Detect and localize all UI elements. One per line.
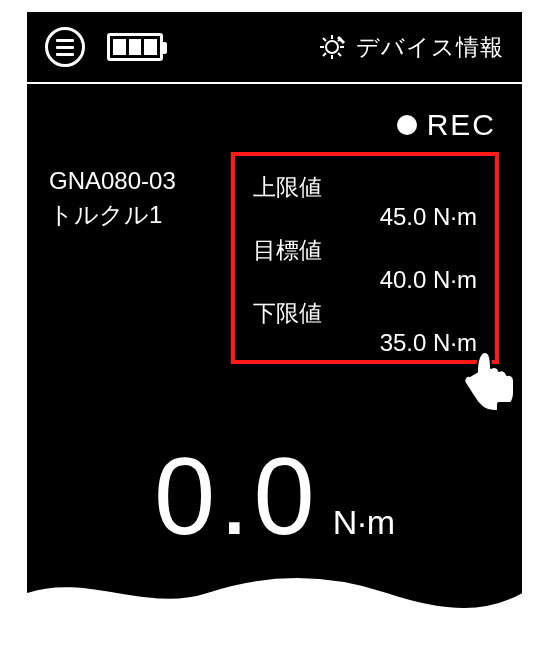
device-info-button[interactable]: デバイス情報 bbox=[316, 31, 504, 63]
rec-label: REC bbox=[427, 108, 496, 142]
app-screen: デバイス情報 REC GNA080-03 トルクル1 上限値 45.0 N·m … bbox=[27, 12, 522, 612]
torque-reading: 0.0 N·m bbox=[27, 432, 522, 559]
gear-wrench-icon bbox=[316, 31, 348, 63]
battery-icon bbox=[107, 33, 163, 61]
torque-value: 0.0 bbox=[154, 432, 319, 559]
device-name: トルクル1 bbox=[49, 198, 176, 232]
device-model: GNA080-03 bbox=[49, 164, 176, 198]
header-bar: デバイス情報 bbox=[27, 12, 522, 84]
svg-rect-1 bbox=[497, 402, 521, 412]
limits-panel[interactable]: 上限値 45.0 N·m 目標値 40.0 N·m 下限値 35.0 N·m bbox=[231, 152, 499, 364]
device-info-label: デバイス情報 bbox=[356, 32, 504, 63]
lower-limit-value: 35.0 N·m bbox=[253, 329, 477, 357]
svg-point-0 bbox=[326, 41, 338, 53]
lower-limit-label: 下限値 bbox=[253, 298, 477, 329]
target-label: 目標値 bbox=[253, 235, 477, 266]
upper-limit-value: 45.0 N·m bbox=[253, 203, 477, 231]
torque-unit: N·m bbox=[333, 503, 395, 542]
upper-limit-label: 上限値 bbox=[253, 172, 477, 203]
menu-icon[interactable] bbox=[45, 27, 85, 67]
rec-indicator: REC bbox=[397, 108, 496, 142]
rec-dot-icon bbox=[397, 115, 417, 135]
device-identity: GNA080-03 トルクル1 bbox=[49, 164, 176, 231]
torn-edge-decoration bbox=[27, 570, 522, 612]
target-value: 40.0 N·m bbox=[253, 266, 477, 294]
